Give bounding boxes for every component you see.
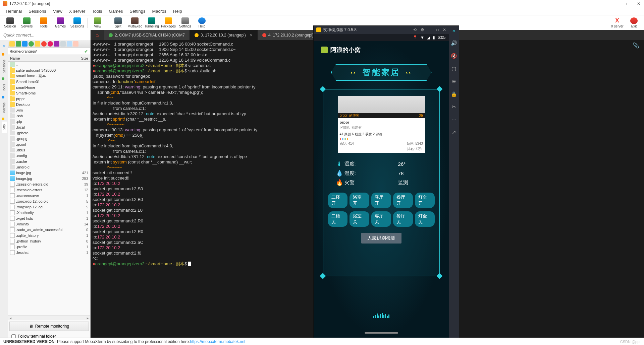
side-tab-macros[interactable]: Macros: [2, 100, 7, 116]
sftp-btn-7[interactable]: [48, 41, 53, 47]
control-pill[interactable]: 浴室关: [350, 211, 369, 227]
tab-home[interactable]: [91, 30, 104, 40]
tool-servers[interactable]: Servers: [19, 16, 35, 30]
file-row[interactable]: .local: [8, 124, 90, 130]
sftp-btn-9[interactable]: [60, 41, 66, 47]
sftp-btn-2[interactable]: [16, 41, 21, 47]
file-row[interactable]: .gconf: [8, 141, 90, 147]
file-row[interactable]: .xsession-errors12: [8, 187, 90, 193]
nox-rotate-icon[interactable]: ⟲: [413, 27, 417, 32]
menu-settings[interactable]: Settings: [126, 9, 149, 14]
sftp-btn-11[interactable]: [73, 41, 78, 47]
maximize-button[interactable]: □: [623, 1, 628, 6]
sftp-btn-1[interactable]: [9, 41, 15, 47]
session-tab[interactable]: 3. 172.20.10.2 (orangepi)×: [190, 30, 258, 40]
tool-x server[interactable]: X server: [609, 16, 625, 30]
file-row[interactable]: smartHome: [8, 84, 90, 90]
file-row[interactable]: .sudo_as_admin_successful0: [8, 227, 90, 232]
file-row[interactable]: .gnupg: [8, 136, 90, 141]
file-row[interactable]: .xorgxrdp.12.log.old5: [8, 198, 90, 204]
file-row[interactable]: .ssh: [8, 113, 90, 119]
menu-tools[interactable]: Tools: [89, 9, 105, 14]
nox-close-button[interactable]: ✕: [443, 27, 446, 32]
file-row[interactable]: .xscreensaver1: [8, 193, 90, 198]
menu-sessions[interactable]: Sessions: [25, 9, 50, 14]
file-row[interactable]: .pip: [8, 119, 90, 124]
tool-multiexec[interactable]: MultiExec: [127, 16, 143, 30]
file-row[interactable]: .Xauthority1: [8, 210, 90, 215]
tool-exit[interactable]: Exit: [626, 16, 642, 30]
side-tab-sessions[interactable]: Sessions: [2, 57, 7, 76]
nox-side-button-8[interactable]: ↗: [452, 129, 456, 135]
tool-tunneling[interactable]: Tunneling: [144, 16, 160, 30]
sftp-hscroll[interactable]: [8, 316, 90, 320]
collapse-panel-icon[interactable]: «: [0, 43, 8, 49]
tab-close-icon[interactable]: ×: [250, 32, 253, 38]
tool-help[interactable]: Help: [194, 16, 210, 30]
file-row[interactable]: sqlite-autoconf-3420000: [8, 67, 90, 73]
remote-monitoring-button[interactable]: 🖥 Remote monitoring: [9, 322, 89, 331]
file-row[interactable]: .wget-hsts1: [8, 215, 90, 221]
nox-minimize-button[interactable]: —: [428, 27, 432, 32]
sftp-btn-6[interactable]: [41, 41, 47, 47]
tool-settings[interactable]: Settings: [177, 16, 193, 30]
nox-side-button-2[interactable]: 🔇: [451, 53, 457, 59]
tool-packages[interactable]: Packages: [160, 16, 176, 30]
file-row[interactable]: .xorgxrdp.12.log5: [8, 204, 90, 210]
nox-maximize-button[interactable]: □: [436, 27, 439, 32]
close-button[interactable]: ✕: [636, 1, 641, 6]
control-pill[interactable]: 二楼关: [328, 211, 348, 227]
control-pill[interactable]: 餐厅开: [393, 193, 413, 208]
tool-split[interactable]: Split: [110, 16, 126, 30]
file-row[interactable]: .vim: [8, 107, 90, 113]
side-tab-sftp[interactable]: Sftp: [2, 122, 7, 133]
nox-side-button-5[interactable]: 🔒: [451, 91, 457, 97]
file-row[interactable]: .viminfo14: [8, 221, 90, 227]
file-row[interactable]: Desktop: [8, 101, 90, 107]
file-row[interactable]: smartHome - 副本: [8, 73, 90, 79]
file-row[interactable]: .config: [8, 153, 90, 158]
control-pill[interactable]: 浴室开: [350, 193, 369, 208]
file-row[interactable]: prppr: [8, 96, 90, 101]
session-tab[interactable]: 2. COM7 (USB-SERIAL CH340 (COM7: [104, 30, 190, 40]
side-tab-tools[interactable]: Tools: [2, 81, 7, 94]
file-row[interactable]: .python_history0: [8, 238, 90, 244]
file-row[interactable]: .gphoto: [8, 130, 90, 136]
file-row[interactable]: .sqlite_history1: [8, 232, 90, 238]
face-recognition-button[interactable]: 人脸识别检测: [361, 233, 401, 244]
sftp-btn-10[interactable]: [67, 41, 72, 47]
nox-side-button-7[interactable]: ⋯: [451, 117, 457, 123]
file-row[interactable]: .xsession-errors.old39: [8, 181, 90, 187]
file-row[interactable]: .android: [8, 164, 90, 170]
sftp-btn-5[interactable]: [35, 41, 40, 47]
tool-tools[interactable]: Tools: [36, 16, 52, 30]
file-row[interactable]: .lesshst1: [8, 250, 90, 255]
control-pill[interactable]: 灯全开: [415, 193, 435, 208]
control-pill[interactable]: 餐厅关: [393, 211, 413, 227]
upgrade-link[interactable]: https://mobaxterm.mobatek.net: [190, 339, 245, 344]
sftp-path[interactable]: /home/orangepi/ ✔: [8, 48, 90, 55]
file-row[interactable]: SmartHome01: [8, 79, 90, 84]
menu-games[interactable]: Games: [106, 9, 126, 14]
file-row[interactable]: .dbus: [8, 147, 90, 153]
tool-games[interactable]: Games: [52, 16, 68, 30]
control-pill[interactable]: 灯全关: [415, 211, 435, 227]
file-row[interactable]: ..: [8, 62, 90, 67]
file-row[interactable]: .cache: [8, 158, 90, 164]
session-tab[interactable]: 4. 172.20.10.2 (orangepi): [258, 30, 319, 40]
sftp-file-list[interactable]: ..sqlite-autoconf-3420000smartHome - 副本S…: [8, 62, 90, 316]
sftp-btn-8[interactable]: [54, 41, 59, 47]
nox-side-button-3[interactable]: ▢: [451, 66, 456, 72]
menu-terminal[interactable]: Terminal: [2, 9, 25, 14]
menu-macros[interactable]: Macros: [149, 9, 170, 14]
nox-side-button-0[interactable]: «: [452, 28, 455, 33]
control-pill[interactable]: 客厅关: [371, 211, 391, 227]
nav-handle[interactable]: [365, 332, 398, 334]
sftp-btn-4[interactable]: [29, 41, 34, 47]
file-row[interactable]: inage.jpg421: [8, 170, 90, 176]
menu-view[interactable]: View: [50, 9, 66, 14]
file-row[interactable]: SmartHome: [8, 90, 90, 96]
file-row[interactable]: image.jpg253: [8, 176, 90, 181]
tool-view[interactable]: View: [90, 16, 106, 30]
control-pill[interactable]: 二楼开: [328, 193, 348, 208]
